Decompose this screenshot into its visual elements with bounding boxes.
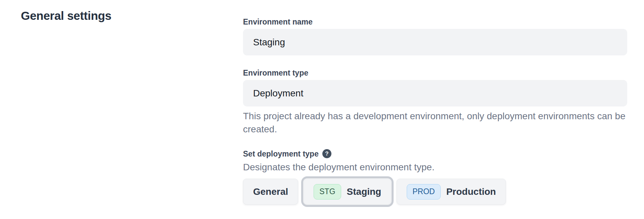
deployment-type-option-staging[interactable]: STG Staging xyxy=(304,179,391,205)
deployment-type-option-production-label: Production xyxy=(446,186,496,197)
question-mark-icon[interactable]: ? xyxy=(322,149,331,158)
production-badge: PROD xyxy=(407,184,440,200)
environment-type-input[interactable] xyxy=(243,80,627,106)
deployment-type-description: Designates the deployment environment ty… xyxy=(243,162,627,173)
deployment-type-label: Set deployment type xyxy=(243,150,319,158)
page-title: General settings xyxy=(21,9,243,23)
deployment-type-option-general-label: General xyxy=(253,186,288,197)
deployment-type-option-production[interactable]: PROD Production xyxy=(397,179,506,205)
settings-form: Environment name Environment type This p… xyxy=(243,0,627,205)
deployment-type-label-row: Set deployment type ? xyxy=(243,149,627,158)
settings-page: General settings Environment name Enviro… xyxy=(0,0,644,205)
deployment-type-options: General STG Staging PROD Production xyxy=(243,179,627,205)
environment-type-help-text: This project already has a development e… xyxy=(243,110,627,136)
deployment-type-option-staging-label: Staging xyxy=(347,186,381,197)
settings-header-column: General settings xyxy=(0,0,243,205)
environment-name-input[interactable] xyxy=(243,29,627,55)
staging-badge: STG xyxy=(314,184,341,200)
environment-name-label: Environment name xyxy=(243,18,627,26)
environment-type-label: Environment type xyxy=(243,69,627,77)
deployment-type-option-general[interactable]: General xyxy=(243,179,298,205)
